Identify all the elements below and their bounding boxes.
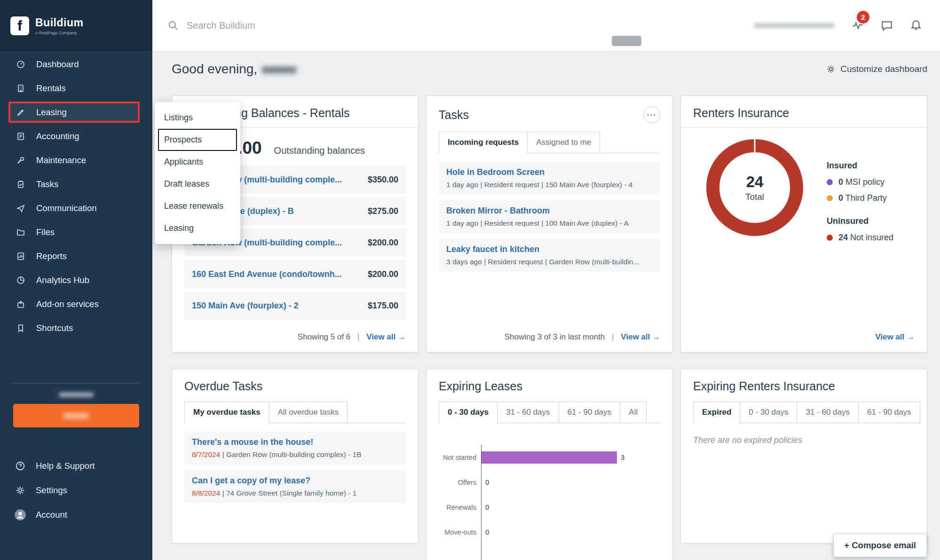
card-footer: Showing 5 of 6 | View all → — [172, 325, 418, 352]
dashboard-icon — [16, 60, 26, 69]
tab-all[interactable]: All — [620, 402, 647, 423]
promo-button[interactable]: ■■■■■ — [13, 404, 139, 427]
bar-category-label: Not started — [427, 454, 481, 461]
tab-31-60-days[interactable]: 31 - 60 days — [497, 402, 559, 423]
sidebar-item-account[interactable]: Account — [0, 503, 152, 527]
gear-icon — [14, 485, 26, 496]
legend-label: MSI policy — [845, 177, 885, 187]
tab-0-30-days[interactable]: 0 - 30 days — [740, 402, 797, 423]
chart-axis-line — [481, 544, 656, 560]
legend-header-uninsured: Uninsured — [827, 216, 893, 226]
task-meta: 3 days ago | Resident request | Garden R… — [446, 258, 653, 266]
task-item[interactable]: Leaky faucet in kitchen 3 days ago | Res… — [439, 239, 660, 272]
sidebar-item-tasks[interactable]: Tasks — [0, 172, 152, 196]
puzzle-icon — [16, 300, 26, 309]
chat-button[interactable] — [881, 19, 893, 32]
legend-item: 0 Third Party — [827, 193, 893, 203]
property-link[interactable]: 150 Main Ave (fourplex) - 2 — [192, 301, 299, 311]
balance-row[interactable]: 160 East End Avenue (condo/townh... $200… — [184, 260, 406, 288]
showing-count: Showing 3 of 3 in last month — [505, 332, 605, 341]
sidebar-item-reports[interactable]: Reports — [0, 244, 152, 268]
outstanding-total-label: Outstanding balances — [274, 145, 365, 156]
task-item[interactable]: Broken Mirror - Bathroom 1 day ago | Res… — [439, 200, 660, 233]
tab-31-60-days[interactable]: 31 - 60 days — [797, 402, 859, 423]
customize-dashboard-button[interactable]: Customize dashboard — [826, 64, 927, 74]
buildium-logo[interactable]: f Buildium A RealPage Company — [0, 0, 152, 51]
menu-item-applicants[interactable]: Applicants — [155, 151, 240, 173]
sidebar-nav: Dashboard Rentals Leasing Accounting Mai… — [0, 51, 152, 340]
bar-value-label: 3 — [621, 453, 624, 461]
task-title-link[interactable]: There's a mouse in the house! — [192, 437, 398, 447]
sidebar-item-leasing[interactable]: Leasing — [8, 102, 140, 123]
balance-amount: $350.00 — [368, 175, 398, 185]
overdue-tabs: My overdue tasks All overdue tasks — [184, 402, 406, 423]
view-all-link[interactable]: View all → — [366, 332, 406, 341]
task-item[interactable]: Hole in Bedroom Screen 1 day ago | Resid… — [439, 162, 660, 195]
menu-item-leasing[interactable]: Leasing — [155, 217, 240, 239]
balance-row[interactable]: 150 Main Ave (fourplex) - 2 $175.00 — [184, 292, 406, 320]
bell-button[interactable] — [910, 19, 922, 32]
sidebar-item-communication[interactable]: Communication — [0, 196, 152, 220]
overdue-date: 8/7/2024 — [192, 450, 220, 458]
leasing-icon — [16, 108, 26, 117]
insured-total-label: Total — [745, 192, 764, 202]
view-all-link[interactable]: View all → — [621, 332, 660, 341]
card-title: Tasks — [439, 108, 469, 122]
tab-expired[interactable]: Expired — [693, 402, 740, 423]
card-menu-button[interactable]: ⋯ — [643, 106, 660, 123]
view-all-link[interactable]: View all → — [875, 332, 915, 341]
third-party-dot — [827, 195, 833, 201]
bar-category-label: Renewals — [427, 504, 481, 511]
topbar: ■■■■■■■■■■■■■■■■ 2 — [152, 0, 940, 51]
compose-email-button[interactable]: + Compose email — [833, 534, 927, 557]
bar-row: Not started 3 — [427, 445, 656, 470]
menu-item-lease-renewals[interactable]: Lease renewals — [155, 195, 240, 217]
bar-category-label: Offers — [427, 479, 481, 486]
gear-icon — [826, 64, 836, 74]
greeting-label: Good evening, — [172, 62, 257, 76]
sidebar-item-shortcuts[interactable]: Shortcuts — [0, 316, 152, 340]
task-title-link[interactable]: Leaky faucet in kitchen — [446, 245, 653, 254]
tab-assigned-to-me[interactable]: Assigned to me — [527, 132, 600, 153]
task-item[interactable]: There's a mouse in the house! 8/7/2024 |… — [184, 432, 406, 465]
brand-tagline: A RealPage Company — [35, 31, 83, 35]
sidebar-item-label: Dashboard — [36, 59, 79, 70]
sidebar-item-accounting[interactable]: Accounting — [0, 124, 152, 148]
sidebar-item-label: Communication — [36, 203, 97, 213]
task-title-link[interactable]: Hole in Bedroom Screen — [446, 167, 653, 177]
bar-plot-area: 0 — [481, 495, 656, 520]
dashboard-cards: Outstanding Balances - Rentals $1,200.00… — [172, 95, 927, 560]
card-header: Expiring Leases — [427, 369, 672, 401]
leasing-flyout-menu: Listings Prospects Applicants Draft leas… — [155, 102, 240, 244]
task-title-link[interactable]: Broken Mirror - Bathroom — [446, 206, 653, 216]
sidebar-item-label: Shortcuts — [36, 323, 73, 333]
menu-item-listings[interactable]: Listings — [155, 107, 240, 129]
search-input[interactable] — [187, 20, 384, 31]
sidebar-item-rentals[interactable]: Rentals — [0, 76, 152, 100]
task-title-link[interactable]: Can I get a copy of my lease? — [192, 476, 398, 486]
card-expiring-leases: Expiring Leases 0 - 30 days 31 - 60 days… — [426, 369, 673, 560]
balance-amount: $200.00 — [368, 238, 398, 248]
property-link[interactable]: 160 East End Avenue (condo/townh... — [192, 269, 342, 279]
sidebar-item-settings[interactable]: Settings — [0, 478, 152, 503]
tab-61-90-days[interactable]: 61 - 90 days — [858, 402, 920, 423]
collapsed-banner-handle[interactable] — [612, 36, 641, 46]
sidebar-item-files[interactable]: Files — [0, 220, 152, 244]
tab-my-overdue-tasks[interactable]: My overdue tasks — [184, 402, 269, 423]
notification-badge: 2 — [857, 11, 869, 24]
sidebar-item-addon-services[interactable]: Add-on services — [0, 292, 152, 316]
menu-item-draft-leases[interactable]: Draft leases — [155, 173, 240, 195]
tab-all-overdue-tasks[interactable]: All overdue tasks — [269, 402, 348, 423]
sidebar-item-maintenance[interactable]: Maintenance — [0, 148, 152, 172]
task-item[interactable]: Can I get a copy of my lease? 8/8/2024 |… — [184, 470, 406, 503]
tab-61-90-days[interactable]: 61 - 90 days — [559, 402, 621, 423]
bar-value-label: 0 — [485, 503, 489, 511]
sidebar-item-help-support[interactable]: Help & Support — [0, 454, 152, 478]
sidebar-item-dashboard[interactable]: Dashboard — [0, 52, 152, 76]
tab-0-30-days[interactable]: 0 - 30 days — [439, 402, 498, 423]
sidebar: f Buildium A RealPage Company Dashboard … — [0, 0, 152, 560]
sidebar-item-analytics-hub[interactable]: Analytics Hub — [0, 268, 152, 292]
tab-incoming-requests[interactable]: Incoming requests — [439, 132, 528, 153]
activity-button[interactable]: 2 — [852, 19, 864, 32]
menu-item-prospects[interactable]: Prospects — [158, 129, 237, 151]
